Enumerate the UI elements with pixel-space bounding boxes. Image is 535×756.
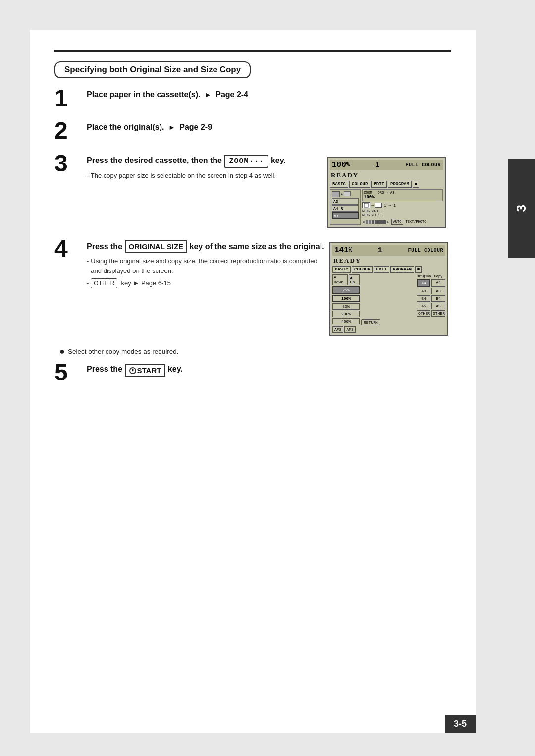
- orig-label: Original: [417, 274, 430, 278]
- svg-rect-0: [364, 203, 368, 207]
- bullet-note-area: ● Select other copy modes as required.: [59, 348, 451, 356]
- step-1-title: Place paper in the cassette(s). ► Page 2…: [87, 89, 451, 100]
- zoom-key-box[interactable]: ZOOM···: [224, 155, 268, 168]
- lcd-tabs-2: BASIC COLOUR EDIT PROGRAM ■: [332, 266, 445, 273]
- step-5-content: Press the ✦ START key.: [87, 364, 451, 380]
- size-row-other: OTHER OTHER: [361, 310, 445, 317]
- step-4-container: 4 Press the ORIGINAL SIZE key of the sam…: [54, 240, 451, 336]
- zoom-orig-row: ZOOM 100% ORG.→ A3: [362, 189, 443, 201]
- lcd-percent-1: 100: [332, 161, 346, 169]
- tab-edit-1[interactable]: EDIT: [371, 181, 387, 188]
- step-4-note-1: - Using the original size and copy size,…: [87, 256, 329, 275]
- tab-colour-1[interactable]: COLOUR: [349, 181, 370, 188]
- size-grid-area: Original Copy A4 A4 A3 A3 B4: [361, 274, 445, 333]
- top-rule: [54, 50, 451, 52]
- section-title: Specifying both Original Size and Size C…: [64, 65, 241, 74]
- orig-a3[interactable]: A3: [417, 288, 430, 294]
- step-5: 5 Press the ✦ START key.: [54, 364, 451, 384]
- arrow-copy: →: [371, 203, 374, 208]
- slider-left: ◄: [362, 220, 365, 224]
- return-row: RETURN: [361, 319, 445, 325]
- step-4-title: Press the ORIGINAL SIZE key of the same …: [87, 240, 329, 253]
- screen-2-container: 141 % 1 FULL COLOUR READY BASIC COLOUR E…: [329, 240, 451, 336]
- tab-basic-2[interactable]: BASIC: [332, 266, 351, 273]
- step-3: 3 Press the desired cassette, then the Z…: [54, 155, 327, 181]
- pct-200[interactable]: 200%: [332, 311, 360, 317]
- paper-a3[interactable]: A3: [332, 198, 359, 205]
- tab-icon-1[interactable]: ■: [413, 181, 419, 188]
- paper-a4-selected[interactable]: A4: [332, 212, 359, 219]
- size-row-b4: B4 B4: [361, 295, 445, 302]
- orig-icon: [332, 191, 340, 197]
- orig-a5[interactable]: A5: [417, 303, 430, 309]
- step-5-number: 5: [54, 361, 82, 384]
- tab-colour-2[interactable]: COLOUR: [352, 266, 373, 273]
- lcd-copies-1: 1: [375, 161, 379, 169]
- screen-1-container: 100 % 1 FULL COLOUR READY BASIC COLOUR E…: [327, 155, 451, 228]
- step-3-content: Press the desired cassette, then the ZOO…: [87, 155, 327, 181]
- orig-b4[interactable]: B4: [417, 295, 430, 302]
- return-btn[interactable]: RETURN: [361, 319, 380, 325]
- original-size-key[interactable]: ORIGINAL SIZE: [125, 240, 188, 253]
- text-photo-label: TEXT/PHOTO: [405, 220, 426, 224]
- tab-icon-2[interactable]: ■: [415, 266, 422, 273]
- section-number: 3: [514, 205, 529, 212]
- copy-ratio-row: → 1 → 1: [362, 202, 443, 208]
- lcd-right-info: ZOOM 100% ORG.→ A3 → 1 → 1: [362, 189, 443, 225]
- tab-basic-1[interactable]: BASIC: [330, 181, 348, 188]
- lcd-main-1: ► A3 A4-R A4 ZOOM 100%: [330, 189, 443, 225]
- step-4: 4 Press the ORIGINAL SIZE key of the sam…: [54, 240, 329, 288]
- pct-50[interactable]: 50%: [332, 303, 360, 310]
- copy-a5[interactable]: A5: [431, 303, 445, 309]
- copy-b4[interactable]: B4: [431, 295, 445, 302]
- cassette-area: ► A3 A4-R A4: [330, 189, 361, 225]
- tab-edit-2[interactable]: EDIT: [374, 266, 389, 273]
- down-btn[interactable]: ▼ Down: [332, 274, 348, 285]
- step-1-number: 1: [54, 86, 82, 110]
- start-key-label: START: [137, 365, 161, 376]
- doc-icon-orig: [362, 202, 370, 208]
- bullet-text: Select other copy modes as required.: [68, 348, 179, 355]
- lcd-top-bar-1: 100 % 1 FULL COLOUR: [330, 160, 443, 170]
- start-key-box[interactable]: ✦ START: [125, 364, 166, 377]
- doc-icon-copy: [375, 203, 382, 208]
- start-circle-icon: ✦: [129, 367, 136, 374]
- copy-a3[interactable]: A3: [431, 288, 445, 294]
- size-row-a4: A4 A4: [361, 279, 445, 287]
- tab-program-1[interactable]: PROGRAM: [388, 181, 412, 188]
- copy-icon: [344, 191, 351, 196]
- lcd-screen-1: 100 % 1 FULL COLOUR READY BASIC COLOUR E…: [327, 157, 446, 228]
- step-3-title: Press the desired cassette, then the ZOO…: [87, 155, 327, 168]
- down-up-row: ▼ Down ▲ Up: [332, 274, 360, 285]
- tab-program-2[interactable]: PROGRAM: [390, 266, 414, 273]
- up-btn[interactable]: ▲ Up: [349, 274, 360, 285]
- step-2-title: Place the original(s). ► Page 2-9: [87, 122, 451, 133]
- step-4-note-2: - OTHER key ► Page 6-15: [87, 278, 329, 288]
- step-3-note: - The copy paper size is selectable on t…: [87, 171, 327, 181]
- page-number: 3-5: [445, 715, 476, 733]
- aps-btn[interactable]: APS: [332, 326, 343, 333]
- other-key[interactable]: OTHER: [91, 278, 117, 288]
- slider-right: ►: [387, 220, 389, 224]
- copy-other[interactable]: OTHER: [431, 310, 445, 317]
- pct-100[interactable]: 100%: [332, 295, 360, 302]
- lcd-percent-2: 141: [334, 246, 349, 255]
- auto-btn[interactable]: AUTO: [391, 219, 404, 225]
- orig-other[interactable]: OTHER: [417, 310, 430, 317]
- left-controls: ▼ Down ▲ Up 25% 100% 50% 200% 400% APS A…: [332, 274, 360, 333]
- ams-btn[interactable]: AMS: [344, 326, 355, 333]
- pct-25[interactable]: 25%: [332, 286, 360, 294]
- pct-400[interactable]: 400%: [332, 318, 360, 324]
- step-4-number: 4: [54, 237, 82, 261]
- labels-row: Original Copy: [361, 274, 445, 278]
- section-tab: 3: [508, 159, 535, 258]
- orig-ref: ORG.→ A3: [378, 191, 395, 200]
- lcd-mode-2: FULL COLOUR: [408, 248, 443, 253]
- step-1: 1 Place paper in the cassette(s). ► Page…: [54, 89, 451, 110]
- paper-a4r[interactable]: A4-R: [332, 205, 359, 212]
- orig-a4[interactable]: A4: [417, 279, 430, 287]
- ratio-label: 1 → 1: [384, 203, 396, 208]
- lcd-screen2-main: ▼ Down ▲ Up 25% 100% 50% 200% 400% APS A…: [332, 274, 445, 333]
- zoom-value: 100%: [364, 195, 374, 200]
- copy-a4[interactable]: A4: [431, 279, 445, 287]
